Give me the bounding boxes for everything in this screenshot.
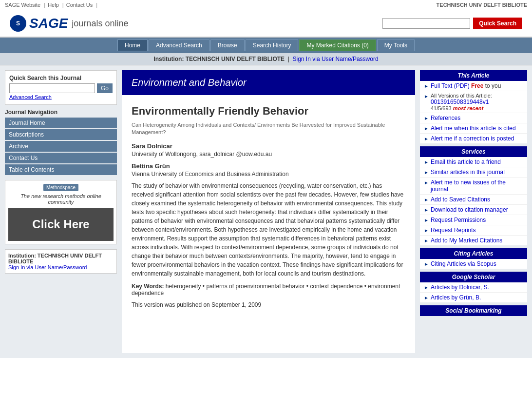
ad-text: The new research methods online communit… <box>8 193 114 205</box>
references-link[interactable]: References <box>431 115 460 121</box>
logo-area: S SAGE journals online <box>10 15 128 32</box>
this-article-section: This Article ► Full Text (PDF) Free to y… <box>420 70 527 143</box>
nav-btn-my-marked-citations[interactable]: My Marked Citations (0) <box>299 40 376 51</box>
divider3: | <box>96 2 97 8</box>
add-marked-link[interactable]: Add to My Marked Citations <box>431 237 502 244</box>
request-permissions-link[interactable]: Request Permissions <box>431 217 486 223</box>
full-text-pdf-link[interactable]: Full Text (PDF) <box>431 82 470 89</box>
add-saved-item: ► Add to Saved Citations <box>420 195 527 205</box>
download-citation-link[interactable]: Download to citation manager <box>431 206 508 213</box>
main-nav: HomeAdvanced SearchBrowseSearch HistoryM… <box>0 38 532 53</box>
add-marked-item: ► Add to My Marked Citations <box>420 236 527 245</box>
all-versions-label: All Versions of this Article: <box>431 93 492 99</box>
similar-articles-link[interactable]: Similar articles in this journal <box>431 169 505 176</box>
main-layout: Quick Search this Journal Go Advanced Se… <box>0 65 532 358</box>
this-article-header: This Article <box>420 70 527 81</box>
arrow-icon-11: ► <box>424 218 429 223</box>
sidebar-advanced-search-link[interactable]: Advanced Search <box>9 94 52 100</box>
sidebar-sign-in-link[interactable]: Sign In via User Name/Password <box>8 264 87 270</box>
quick-search-button[interactable]: Quick Search <box>473 18 522 29</box>
top-bar: SAGE Website | Help | Contact Us | TECHN… <box>0 0 532 10</box>
author-1-affil: University of Wollongong, sara_dolnicar … <box>132 151 405 158</box>
citing-articles-section: Citing Articles ► Citing Articles via Sc… <box>420 248 527 269</box>
sidebar-nav-subscriptions[interactable]: Subscriptions <box>5 129 117 140</box>
alert-new-issues-link[interactable]: Alert me to new issues of the journal <box>431 179 523 193</box>
free-badge: Free <box>471 82 483 89</box>
sage-website-link[interactable]: SAGE Website <box>5 2 40 8</box>
sidebar-nav-table-of-contents[interactable]: Table of Contents <box>5 164 117 175</box>
author-1-name: Sara Dolnicar <box>132 142 405 150</box>
download-citation-item: ► Download to citation manager <box>420 205 527 215</box>
sidebar-search-row: Go <box>9 83 113 93</box>
keywords-text: heterogeneity • patterns of proenvironme… <box>132 283 400 297</box>
sage-logo-text: SAGE <box>29 16 68 31</box>
nav-btn-search-history[interactable]: Search History <box>246 40 299 51</box>
article-body: Environmentally Friendly Behavior Can He… <box>122 100 415 313</box>
services-header: Services <box>420 146 527 157</box>
right-sidebar: This Article ► Full Text (PDF) Free to y… <box>420 70 527 353</box>
click-here-banner[interactable]: Click Here <box>8 208 114 241</box>
version-link[interactable]: 0013916508319448v1 <box>431 99 489 105</box>
citing-scopus-link[interactable]: Citing Articles via Scopus <box>431 260 496 267</box>
journal-title: Environment and Behavior <box>132 77 405 88</box>
institution-top-label: TECHNISCH UNIV DELFT BIBLIOTE <box>437 2 527 8</box>
sign-in-link[interactable]: Sign In via User Name/Password <box>293 56 379 62</box>
alert-cited-link[interactable]: Alert me when this article is cited <box>431 125 516 132</box>
alert-cited-item: ► Alert me when this article is cited <box>420 123 527 134</box>
nav-btn-advanced-search[interactable]: Advanced Search <box>149 40 209 51</box>
nav-btn-my-tools[interactable]: My Tools <box>377 40 415 51</box>
contact-us-top-link[interactable]: Contact Us <box>66 2 93 8</box>
divider1: | <box>44 2 45 8</box>
sidebar-search-input[interactable] <box>9 83 95 93</box>
most-recent-tag: most recent <box>453 105 483 111</box>
arrow-icon: ► <box>424 83 429 89</box>
arrow-icon-15: ► <box>424 285 429 290</box>
arrow-icon-10: ► <box>424 207 429 213</box>
sidebar-nav-contact-us[interactable]: Contact Us <box>5 153 117 163</box>
nav-btn-browse[interactable]: Browse <box>210 40 245 51</box>
article-title: Environmentally Friendly Behavior <box>132 105 405 118</box>
author-2-name: Bettina Grün <box>132 162 405 170</box>
sage-circle-logo: S <box>10 15 26 32</box>
request-permissions-item: ► Request Permissions <box>420 215 527 225</box>
divider2: | <box>62 2 64 8</box>
article-keywords: Key Words: heterogeneity • patterns of p… <box>132 283 405 297</box>
alert-correction-link[interactable]: Alert me if a correction is posted <box>431 135 514 142</box>
similar-articles-item: ► Similar articles in this journal <box>420 167 527 178</box>
arrow-icon-8: ► <box>424 180 429 185</box>
email-article-link[interactable]: Email this article to a friend <box>431 159 501 165</box>
email-article-item: ► Email this article to a friend <box>420 157 527 167</box>
add-saved-link[interactable]: Add to Saved Citations <box>431 196 490 203</box>
request-reprints-link[interactable]: Request Reprints <box>431 227 476 234</box>
header-right: Quick Search <box>382 18 522 29</box>
articles-grun-item: ► Articles by Grün, B. <box>420 293 527 302</box>
arrow-icon-3: ► <box>424 116 429 121</box>
articles-grun-link[interactable]: Articles by Grün, B. <box>431 294 481 301</box>
sidebar-sign-in-text2: User Name/Password <box>35 264 87 270</box>
arrow-icon-14: ► <box>424 261 429 267</box>
sage-s-letter: S <box>16 20 20 27</box>
arrow-icon-7: ► <box>424 170 429 175</box>
services-section: Services ► Email this article to a frien… <box>420 146 527 245</box>
author-2-affil: Vienna University of Economics and Busin… <box>132 171 405 178</box>
journals-online-text: journals online <box>72 19 128 29</box>
sidebar-nav-journal-home[interactable]: Journal Home <box>5 118 117 128</box>
alert-new-issues-item: ► Alert me to new issues of the journal <box>420 178 527 195</box>
arrow-icon-9: ► <box>424 197 429 202</box>
main-content: Environment and Behavior Environmentally… <box>122 70 415 353</box>
sidebar-nav-archive[interactable]: Archive <box>5 141 117 152</box>
article-subtitle: Can Heterogeneity Among Individuals and … <box>132 121 405 137</box>
quick-search-input[interactable] <box>382 18 470 29</box>
arrow-icon-12: ► <box>424 228 429 233</box>
alert-correction-item: ► Alert me if a correction is posted <box>420 134 527 143</box>
sidebar-go-button[interactable]: Go <box>97 83 113 93</box>
journal-header-banner: Environment and Behavior <box>122 70 415 95</box>
sidebar-sign-in-text1: Sign In via <box>8 264 33 270</box>
request-reprints-item: ► Request Reprints <box>420 225 527 236</box>
nav-btn-home[interactable]: Home <box>117 40 148 51</box>
citing-articles-header: Citing Articles <box>420 248 527 259</box>
citing-scopus-item: ► Citing Articles via Scopus <box>420 259 527 269</box>
version-number: 41/5/693 <box>431 105 453 111</box>
help-link[interactable]: Help <box>48 2 59 8</box>
articles-dolnicar-link[interactable]: Articles by Dolnicar, S. <box>431 284 489 291</box>
